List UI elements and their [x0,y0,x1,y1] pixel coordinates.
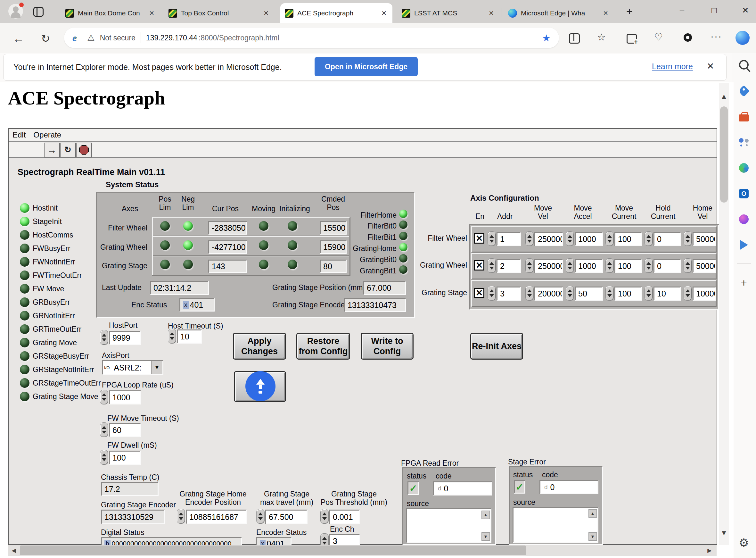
home-vel-field[interactable]: 50000 [693,232,716,246]
scroll-down-icon[interactable]: ▼ [589,532,597,541]
url-path[interactable]: :8000/Spectrograph.html [198,34,279,42]
hold-current-field[interactable]: 0 [653,259,681,273]
addr-spinner[interactable] [488,231,496,246]
move-current-spinner[interactable] [605,231,614,246]
close-button[interactable]: ✕ [735,0,756,21]
move-vel-field[interactable]: 200000 [534,286,563,301]
copilot-icon[interactable] [735,31,750,45]
hold-current-spinner[interactable] [645,286,653,301]
run-continuous-button[interactable]: ↻ [60,143,76,157]
reinit-axes-button[interactable]: Re-Init Axes [470,333,523,360]
scroll-down-icon[interactable]: ▼ [482,532,490,541]
back-icon[interactable]: ← [13,32,24,46]
tab-microsoft-edge[interactable]: Microsoft Edge | Wha ✕ [504,3,614,23]
move-current-field[interactable]: 100 [614,286,642,301]
move-current-spinner[interactable] [605,258,614,273]
horizontal-scrollbar-thumb[interactable] [20,546,526,555]
fw-move-timeout-spinner[interactable] [100,423,108,437]
fpga-loop-spinner[interactable] [100,390,108,404]
move-vel-spinner[interactable] [525,231,534,246]
menu-edit[interactable]: Edit [9,129,29,141]
enable-checkbox[interactable]: ✕ [474,260,484,271]
settings-gear-icon[interactable]: ⚙ [737,536,751,550]
search-icon[interactable] [737,58,751,72]
home-vel-spinner[interactable] [683,231,692,246]
tab-main-box-dome[interactable]: Main Box Dome Con ✕ [61,3,160,23]
move-accel-field[interactable]: 50 [575,286,603,301]
move-vel-spinner[interactable] [525,286,534,301]
fw-dwell-field[interactable]: 100 [109,451,141,465]
minimize-button[interactable]: – [671,0,693,21]
tab-actions-icon[interactable] [33,7,44,17]
axisport-combo[interactable]: I/O ASRL2: ▼ [102,360,163,375]
tab-close-icon[interactable]: ✕ [148,9,156,17]
gs-travel-spinner[interactable] [256,509,265,524]
hold-current-spinner[interactable] [645,258,653,273]
fw-move-timeout-field[interactable]: 60 [109,423,141,437]
bookmark-star-icon[interactable]: ★ [542,32,551,44]
split-screen-icon[interactable] [569,33,580,44]
tab-close-icon[interactable]: ✕ [380,9,388,17]
host-timeout-spinner[interactable] [168,329,176,344]
hold-current-field[interactable]: 10 [653,286,681,301]
move-current-spinner[interactable] [605,286,614,301]
move-accel-spinner[interactable] [566,258,574,273]
extension-icon[interactable] [683,33,692,42]
move-vel-spinner[interactable] [525,258,534,273]
addr-field[interactable]: 1 [496,232,521,246]
enable-checkbox[interactable]: ✕ [474,288,484,298]
gs-travel-field[interactable]: 67.500 [265,510,307,524]
tab-close-icon[interactable]: ✕ [602,9,610,17]
scroll-down-icon[interactable]: ▼ [720,528,728,538]
vertical-scrollbar-thumb[interactable] [720,106,728,203]
scroll-up-icon[interactable]: ▲ [482,511,490,519]
open-in-edge-button[interactable]: Open in Microsoft Edge [315,57,418,76]
home-vel-field[interactable]: 100000 [693,286,716,301]
favorites-icon[interactable]: ☆ [597,31,606,43]
fpga-loop-field[interactable]: 1000 [109,390,141,404]
banner-close-icon[interactable]: ✕ [707,61,714,72]
menu-operate[interactable]: Operate [29,129,65,141]
addr-spinner[interactable] [488,258,496,273]
games-icon[interactable] [737,212,751,226]
scroll-up-icon[interactable]: ▲ [720,92,728,101]
abort-button[interactable] [76,143,92,157]
run-button[interactable]: → [44,143,60,157]
maximize-button[interactable]: □ [703,0,725,21]
hold-current-spinner[interactable] [645,231,653,246]
tab-close-icon[interactable]: ✕ [487,9,495,17]
shopping-icon[interactable] [737,84,751,98]
scroll-left-icon[interactable]: ◄ [9,546,19,555]
enable-checkbox[interactable]: ✕ [474,233,484,244]
address-bar[interactable]: e ⚠ Not secure 139.229.170.44 :8000/Spec… [64,28,559,48]
scroll-right-icon[interactable]: ► [705,546,714,555]
tab-top-box-control[interactable]: Top Box Control ✕ [164,3,274,23]
edge-workspaces-icon[interactable] [737,161,751,175]
addr-spinner[interactable] [488,286,496,301]
hold-current-field[interactable]: 0 [653,232,681,246]
move-accel-spinner[interactable] [566,286,574,301]
home-vel-spinner[interactable] [683,258,692,273]
move-current-field[interactable]: 100 [614,259,642,273]
gs-threshold-spinner[interactable] [320,509,329,524]
move-accel-field[interactable]: 1000 [575,259,603,273]
collections-icon[interactable] [627,34,637,44]
move-accel-field[interactable]: 1000 [575,232,603,246]
move-vel-field[interactable]: 250000 [534,232,563,246]
learn-more-link[interactable]: Learn more [652,62,693,71]
source-box[interactable]: ▲ ▼ [513,507,598,543]
security-label[interactable]: Not secure [100,34,135,42]
gs-home-field[interactable]: 10885161687 [186,510,247,524]
move-accel-spinner[interactable] [566,231,574,246]
tab-lsst-at-mcs[interactable]: LSST AT MCS ✕ [397,3,500,23]
url-host[interactable]: 139.229.170.44 [146,34,197,42]
new-tab-button[interactable]: + [626,5,633,18]
home-vel-field[interactable]: 50000 [693,259,716,273]
scroll-up-icon[interactable]: ▲ [589,509,597,517]
gs-home-spinner[interactable] [177,509,185,524]
addr-field[interactable]: 3 [496,286,521,301]
outlook-icon[interactable]: O [737,186,751,201]
refresh-icon[interactable]: ↻ [41,32,50,45]
drop-icon[interactable] [737,238,751,252]
gs-threshold-field[interactable]: 0.001 [329,510,360,524]
